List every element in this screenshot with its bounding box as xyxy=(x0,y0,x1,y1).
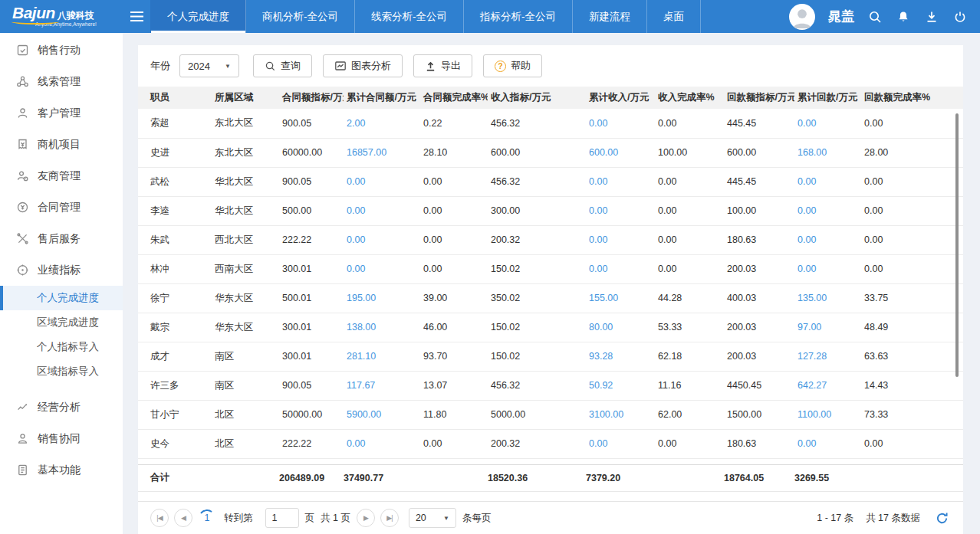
linked-value-cell[interactable]: 0.00 xyxy=(794,254,861,283)
sidebar-item-8[interactable]: 经营分析 xyxy=(0,391,123,423)
year-select[interactable]: 2024 ▼ xyxy=(179,54,239,77)
linked-value-cell[interactable]: 0.00 xyxy=(344,225,420,254)
linked-value-cell[interactable]: 195.00 xyxy=(344,283,420,313)
sidebar-subitem-2[interactable]: 个人指标导入 xyxy=(0,335,123,359)
value-cell: 900.05 xyxy=(279,371,344,400)
linked-value-cell[interactable]: 0.00 xyxy=(586,167,655,196)
goto-page-input[interactable] xyxy=(265,508,299,528)
sidebar-item-0[interactable]: 销售行动 xyxy=(0,34,123,66)
linked-value-cell[interactable]: 0.00 xyxy=(344,167,420,196)
top-navbar: Bajun 八骏科技 Anyone,Anytime,Anywhere! 个人完成… xyxy=(0,0,980,33)
refresh-icon[interactable] xyxy=(932,509,951,527)
linked-value-cell[interactable]: 0.00 xyxy=(344,429,420,458)
sidebar-subitem-1[interactable]: 区域完成进度 xyxy=(0,310,123,335)
linked-value-cell[interactable]: 0.00 xyxy=(344,254,420,283)
linked-value-cell[interactable]: 600.00 xyxy=(586,138,655,167)
value-cell: 500.00 xyxy=(279,196,344,225)
value-cell: 60000.00 xyxy=(279,138,344,167)
last-page-button[interactable]: ▶| xyxy=(380,509,399,527)
export-button[interactable]: 导出 xyxy=(413,54,472,77)
table-scrollbar[interactable] xyxy=(955,113,959,377)
tab-0[interactable]: 个人完成进度 xyxy=(150,0,246,33)
sidebar-item-label: 经营分析 xyxy=(38,401,81,414)
linked-value-cell[interactable]: 0.00 xyxy=(586,225,655,254)
total-value-cell xyxy=(212,464,279,491)
sidebar-subitem-3[interactable]: 区域指标导入 xyxy=(0,359,123,384)
value-cell: 200.32 xyxy=(488,429,586,458)
linked-value-cell[interactable]: 80.00 xyxy=(586,313,655,342)
value-cell: 600.00 xyxy=(488,138,586,167)
sidebar-item-10[interactable]: 基本功能 xyxy=(0,454,123,486)
table-row-8: 成才南区300.01281.1093.70150.0293.2862.18200… xyxy=(138,342,963,371)
linked-value-cell[interactable]: 281.10 xyxy=(344,342,420,371)
next-page-button[interactable]: ▶ xyxy=(357,509,375,527)
linked-value-cell[interactable]: 168.00 xyxy=(794,138,861,167)
value-cell: 48.49 xyxy=(861,313,963,342)
menu-toggle-icon[interactable] xyxy=(123,0,150,33)
sidebar-item-3[interactable]: 商机项目 xyxy=(0,129,123,160)
linked-value-cell[interactable]: 0.00 xyxy=(794,429,861,458)
sidebar-item-5[interactable]: 合同管理 xyxy=(0,192,123,223)
linked-value-cell[interactable]: 138.00 xyxy=(344,313,420,342)
table-row-5: 林冲西南大区300.010.000.00150.020.000.00200.03… xyxy=(138,254,963,283)
sidebar-item-7[interactable]: 业绩指标 xyxy=(0,254,123,286)
user-name[interactable]: 晁盖 xyxy=(828,8,854,25)
column-header: 收入指标/万元 xyxy=(488,87,586,109)
linked-value-cell[interactable]: 0.00 xyxy=(794,196,861,225)
service-icon xyxy=(15,232,29,246)
linked-value-cell[interactable]: 50.92 xyxy=(586,371,655,400)
sidebar-item-1[interactable]: 线索管理 xyxy=(0,66,123,97)
linked-value-cell[interactable]: 155.00 xyxy=(586,283,655,313)
search-icon[interactable] xyxy=(867,9,883,25)
linked-value-cell[interactable]: 2.00 xyxy=(344,109,420,138)
sidebar-item-label: 业绩指标 xyxy=(38,264,81,277)
value-cell: 400.03 xyxy=(724,283,794,313)
bell-icon[interactable] xyxy=(896,9,911,25)
linked-value-cell[interactable]: 0.00 xyxy=(586,429,655,458)
tab-4[interactable]: 新建流程 xyxy=(573,0,647,33)
tab-1[interactable]: 商机分析-全公司 xyxy=(246,0,355,33)
sidebar-item-4[interactable]: 友商管理 xyxy=(0,160,123,192)
linked-value-cell[interactable]: 0.00 xyxy=(794,167,861,196)
linked-value-cell[interactable]: 3100.00 xyxy=(586,400,655,429)
linked-value-cell[interactable]: 0.00 xyxy=(586,254,655,283)
sidebar-item-6[interactable]: 售后服务 xyxy=(0,223,123,254)
linked-value-cell[interactable]: 642.27 xyxy=(794,371,861,400)
page-size-select[interactable]: 20 ▼ xyxy=(409,508,456,528)
query-button[interactable]: 查询 xyxy=(253,54,312,77)
tab-3[interactable]: 指标分析-全公司 xyxy=(464,0,573,33)
help-button[interactable]: ? 帮助 xyxy=(483,54,542,77)
linked-value-cell[interactable]: 135.00 xyxy=(794,283,861,313)
prev-page-button[interactable]: ◀ xyxy=(174,509,192,527)
linked-value-cell[interactable]: 1100.00 xyxy=(794,400,861,429)
value-cell: 200.03 xyxy=(724,313,794,342)
topbar-right: 晁盖 xyxy=(789,0,980,33)
table-row-4: 朱武西北大区222.220.000.00200.320.000.00180.63… xyxy=(138,225,963,254)
linked-value-cell[interactable]: 97.00 xyxy=(794,313,861,342)
sidebar-item-2[interactable]: 客户管理 xyxy=(0,97,123,129)
table-row-11: 史今北区222.220.000.00200.320.000.00180.630.… xyxy=(138,429,963,458)
sidebar-item-label: 基本功能 xyxy=(38,464,81,477)
tab-2[interactable]: 线索分析-全公司 xyxy=(355,0,464,33)
linked-value-cell[interactable]: 0.00 xyxy=(794,109,861,138)
linked-value-cell[interactable]: 93.28 xyxy=(586,342,655,371)
value-cell: 28.00 xyxy=(861,138,963,167)
power-icon[interactable] xyxy=(952,9,968,25)
first-page-button[interactable]: |◀ xyxy=(150,509,169,527)
linked-value-cell[interactable]: 0.00 xyxy=(586,109,655,138)
goto-label: 转到第 xyxy=(224,512,253,525)
tab-5[interactable]: 桌面 xyxy=(647,0,701,33)
sidebar-subitem-0[interactable]: 个人完成进度 xyxy=(0,286,123,310)
linked-value-cell[interactable]: 5900.00 xyxy=(344,400,420,429)
linked-value-cell[interactable]: 127.28 xyxy=(794,342,861,371)
sidebar-item-9[interactable]: 销售协同 xyxy=(0,423,123,454)
linked-value-cell[interactable]: 0.00 xyxy=(794,225,861,254)
current-page-indicator[interactable]: 1 xyxy=(198,509,216,527)
linked-value-cell[interactable]: 0.00 xyxy=(344,196,420,225)
linked-value-cell[interactable]: 16857.00 xyxy=(344,138,420,167)
chart-analysis-button[interactable]: 图表分析 xyxy=(323,54,403,77)
linked-value-cell[interactable]: 117.67 xyxy=(344,371,420,400)
linked-value-cell[interactable]: 0.00 xyxy=(586,196,655,225)
avatar[interactable] xyxy=(789,4,815,30)
download-icon[interactable] xyxy=(924,9,939,25)
